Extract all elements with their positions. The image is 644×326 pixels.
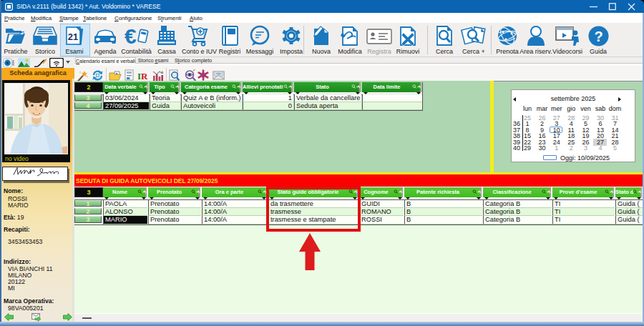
svg-text:21: 21	[68, 31, 78, 42]
svg-text:€: €	[125, 24, 137, 48]
svg-text:?: ?	[594, 29, 602, 44]
